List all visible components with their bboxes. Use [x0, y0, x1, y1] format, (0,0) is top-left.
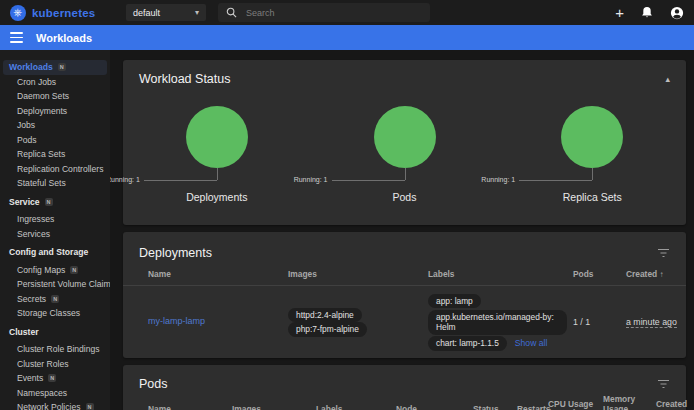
- sidebar-section-config-and-storage: Config and Storage: [0, 245, 110, 260]
- sidebar-item-services[interactable]: Services: [0, 227, 110, 242]
- col-labels[interactable]: Labels: [316, 405, 396, 410]
- running-count-label: Running: 1: [481, 176, 515, 183]
- deployment-table-row[interactable]: my-lamp-lamp httpd:2.4-alpine php:7-fpm-…: [123, 286, 686, 358]
- sort-ascending-icon: ↑: [660, 270, 664, 279]
- main-content: Workload Status ▴ Running: 1 Deployments: [110, 50, 694, 410]
- col-memory-usage[interactable]: Memory Usage (bytes): [603, 395, 656, 410]
- image-chip: httpd:2.4-alpine: [288, 308, 362, 323]
- col-images[interactable]: Images: [232, 405, 316, 410]
- sidebar-item-ingresses[interactable]: Ingresses: [0, 212, 110, 227]
- image-chip: php:7-fpm-alpine: [288, 322, 367, 337]
- namespace-selector[interactable]: default ▾: [126, 4, 206, 21]
- sidebar-item-daemon-sets[interactable]: Daemon Sets: [0, 89, 110, 104]
- pods-table-header: Name Images Labels Node Status Restarts …: [123, 395, 686, 410]
- col-images[interactable]: Images: [288, 270, 428, 280]
- namespaced-badge-icon: N: [58, 63, 66, 71]
- sidebar-item-network-policies[interactable]: Network Policies N: [0, 400, 110, 410]
- chevron-down-icon: ▾: [195, 8, 199, 17]
- sidebar-item-workloads[interactable]: Workloads N: [3, 60, 107, 75]
- col-status[interactable]: Status: [473, 405, 517, 410]
- pods-card-title: Pods: [139, 377, 168, 391]
- deployments-card: Deployments Name Images Labels Pods Crea…: [123, 232, 686, 358]
- sidebar-section-cluster: Cluster: [0, 325, 110, 340]
- pods-ratio: 1 / 1: [573, 317, 626, 327]
- label-chip: chart: lamp-1.1.5: [428, 336, 507, 351]
- running-count-label: Running: 1: [294, 176, 328, 183]
- label-chip: app: lamp: [428, 294, 481, 309]
- create-resource-button[interactable]: +: [615, 5, 624, 20]
- kubernetes-logo-icon: ⎈: [10, 5, 26, 21]
- top-bar: ⎈ kubernetes default ▾ +: [0, 0, 694, 25]
- col-name[interactable]: Name: [148, 270, 288, 280]
- label-chip: app.kubernetes.io/managed-by: Helm: [428, 310, 567, 335]
- sidebar-item-replication-controllers[interactable]: Replication Controllers: [0, 162, 110, 177]
- chart-title: Replica Sets: [563, 191, 622, 203]
- pods-card: Pods Name Images Labels Node Status Rest…: [123, 365, 686, 410]
- col-created-sorted[interactable]: Created ↑: [656, 400, 693, 410]
- namespaced-badge-icon: N: [86, 403, 94, 410]
- workload-status-title: Workload Status: [139, 72, 230, 86]
- sidebar-item-storage-classes[interactable]: Storage Classes: [0, 306, 110, 321]
- brand-title: kubernetes: [32, 7, 95, 19]
- namespaced-badge-icon: N: [45, 198, 53, 206]
- sidebar-item-stateful-sets[interactable]: Stateful Sets: [0, 176, 110, 191]
- collapse-card-icon[interactable]: ▴: [665, 74, 670, 84]
- sidebar-item-namespaces[interactable]: Namespaces: [0, 386, 110, 401]
- kubernetes-brand[interactable]: ⎈ kubernetes: [10, 5, 118, 21]
- sidebar-item-events[interactable]: Events N: [0, 371, 110, 386]
- chart-title: Pods: [393, 191, 417, 203]
- notifications-bell-icon[interactable]: [641, 6, 653, 19]
- deployments-card-title: Deployments: [139, 246, 212, 260]
- col-created-sorted[interactable]: Created ↑: [626, 270, 676, 280]
- sidebar-item-pods[interactable]: Pods: [0, 133, 110, 148]
- search-icon: [226, 7, 237, 18]
- deployments-status-chart: Running: 1 Deployments: [123, 106, 311, 203]
- col-labels[interactable]: Labels: [428, 270, 573, 280]
- sidebar-item-cron-jobs[interactable]: Cron Jobs: [0, 75, 110, 90]
- sidebar-item-deployments[interactable]: Deployments: [0, 104, 110, 119]
- col-node[interactable]: Node: [396, 405, 473, 410]
- sidebar-item-persistent-volume-claims[interactable]: Persistent Volume Claims N: [0, 277, 110, 292]
- namespaced-badge-icon: N: [51, 295, 59, 303]
- pods-status-chart: Running: 1 Pods: [311, 106, 499, 203]
- app-bar: Workloads: [0, 25, 694, 50]
- created-timestamp: a minute ago: [626, 317, 677, 328]
- pods-pie[interactable]: [374, 106, 436, 168]
- show-all-labels-link[interactable]: Show all: [515, 338, 547, 348]
- search-input[interactable]: [246, 8, 396, 18]
- col-name[interactable]: Name: [148, 405, 232, 410]
- search-box[interactable]: [218, 3, 430, 22]
- col-cpu-usage[interactable]: CPU Usage (cores): [548, 400, 603, 410]
- menu-hamburger-icon[interactable]: [10, 32, 23, 42]
- replica-sets-pie[interactable]: [561, 106, 623, 168]
- deployments-pie[interactable]: [186, 106, 248, 168]
- sidebar-nav: Workloads N Cron Jobs Daemon Sets Deploy…: [0, 50, 110, 410]
- chart-title: Deployments: [186, 191, 247, 203]
- workload-status-card: Workload Status ▴ Running: 1 Deployments: [123, 60, 686, 225]
- filter-icon[interactable]: [657, 244, 670, 262]
- running-count-label: Running: 1: [110, 176, 140, 183]
- namespaced-badge-icon: N: [70, 266, 78, 274]
- sidebar-item-config-maps[interactable]: Config Maps N: [0, 263, 110, 278]
- sidebar-item-cluster-role-bindings[interactable]: Cluster Role Bindings: [0, 342, 110, 357]
- page-title: Workloads: [36, 32, 92, 44]
- col-restarts[interactable]: Restarts: [517, 405, 548, 410]
- sidebar-item-cluster-roles[interactable]: Cluster Roles: [0, 357, 110, 372]
- namespace-value: default: [133, 8, 160, 18]
- sidebar-item-secrets[interactable]: Secrets N: [0, 292, 110, 307]
- replica-sets-status-chart: Running: 1 Replica Sets: [498, 106, 686, 203]
- deployments-table-header: Name Images Labels Pods Created ↑: [123, 264, 686, 286]
- user-account-icon[interactable]: [670, 6, 684, 20]
- filter-icon[interactable]: [657, 375, 670, 393]
- sidebar-section-service[interactable]: Service N: [0, 195, 110, 210]
- namespaced-badge-icon: N: [48, 374, 56, 382]
- deployment-name-link[interactable]: my-lamp-lamp: [148, 316, 205, 326]
- sidebar-item-replica-sets[interactable]: Replica Sets: [0, 147, 110, 162]
- col-pods[interactable]: Pods: [573, 270, 626, 280]
- sidebar-item-jobs[interactable]: Jobs: [0, 118, 110, 133]
